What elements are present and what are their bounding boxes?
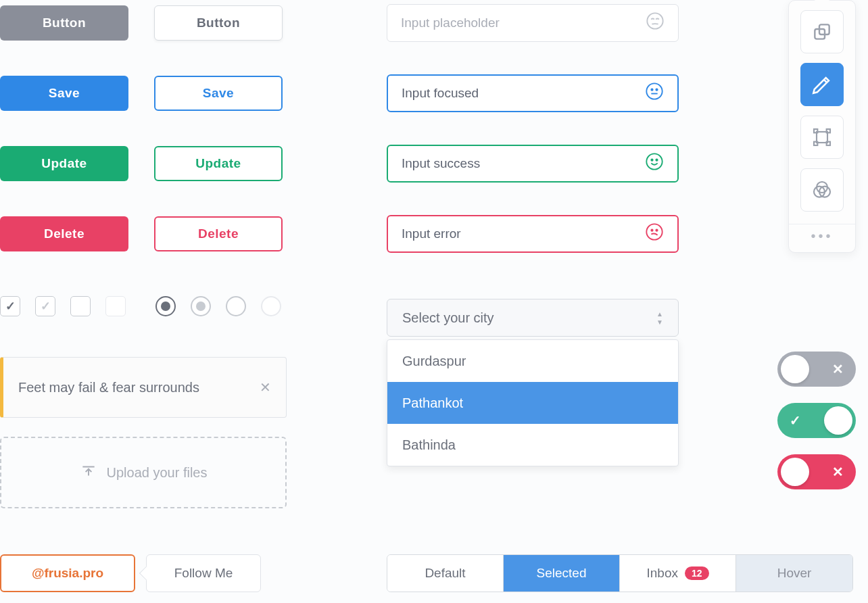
toggle-off-gray[interactable]: ✕ — [777, 352, 856, 387]
upload-dropzone[interactable]: Upload your files — [0, 437, 287, 508]
handle-badge: @frusia.pro — [0, 554, 135, 592]
button-neutral-outline[interactable]: Button — [154, 5, 283, 41]
toggle-group: ✕ ✓ ✕ — [777, 352, 856, 489]
svg-rect-14 — [817, 132, 827, 143]
tool-palette: ••• — [788, 0, 856, 253]
toggle-knob — [781, 458, 809, 486]
close-icon[interactable]: ✕ — [260, 379, 271, 395]
tab-inbox[interactable]: Inbox 12 — [620, 555, 736, 592]
svg-point-2 — [651, 89, 652, 90]
radio-group — [155, 296, 281, 316]
checkbox-checked-disabled[interactable] — [35, 296, 55, 316]
save-button-outline[interactable]: Save — [154, 76, 283, 111]
input-error-text: Input error — [402, 226, 461, 241]
radio-selected[interactable] — [155, 296, 176, 316]
dropdown-option-0[interactable]: Gurdaspur — [387, 340, 678, 382]
transform-tool[interactable] — [800, 116, 844, 159]
delete-button-solid[interactable]: Delete — [0, 216, 128, 251]
radio-unselected-disabled[interactable] — [261, 296, 281, 316]
radio-selected-disabled[interactable] — [191, 296, 211, 316]
dropdown-option-1[interactable]: Pathankot — [387, 382, 678, 424]
follow-button[interactable]: Follow Me — [146, 554, 261, 592]
tab-selected[interactable]: Selected — [504, 555, 620, 592]
face-neutral-icon — [645, 82, 664, 105]
save-button-solid[interactable]: Save — [0, 76, 128, 111]
update-button-solid[interactable]: Update — [0, 146, 128, 181]
update-button-outline[interactable]: Update — [154, 146, 283, 181]
radio-unselected[interactable] — [226, 296, 246, 316]
select-placeholder: Select your city — [402, 310, 494, 326]
face-confused-icon — [645, 222, 664, 246]
layers-tool[interactable] — [800, 10, 844, 53]
tab-inbox-label: Inbox — [646, 566, 677, 581]
upload-text: Upload your files — [107, 465, 208, 481]
input-success-text: Input success — [402, 156, 480, 171]
checkbox-group — [0, 296, 126, 316]
tab-default[interactable]: Default — [387, 555, 504, 592]
delete-button-outline[interactable]: Delete — [154, 216, 283, 251]
checkbox-unchecked-disabled[interactable] — [105, 296, 126, 316]
svg-point-6 — [651, 159, 652, 160]
button-neutral-solid[interactable]: Button — [0, 5, 128, 41]
checkbox-unchecked[interactable] — [70, 296, 91, 316]
svg-point-7 — [656, 159, 657, 160]
sort-icon: ▲▼ — [656, 310, 663, 326]
input-placeholder[interactable]: Input placeholder — [387, 4, 679, 42]
svg-point-9 — [651, 229, 652, 231]
alert-warning: Feet may fail & fear surrounds ✕ — [0, 357, 287, 418]
svg-point-0 — [647, 13, 662, 28]
input-success[interactable]: Input success — [387, 145, 679, 183]
x-icon: ✕ — [832, 361, 844, 377]
more-tools[interactable]: ••• — [789, 224, 855, 247]
input-error[interactable]: Input error — [387, 215, 679, 253]
alert-text: Feet may fail & fear surrounds — [18, 380, 199, 395]
city-select[interactable]: Select your city ▲▼ — [387, 299, 679, 337]
input-focused[interactable]: Input focused — [387, 74, 679, 112]
svg-rect-17 — [814, 142, 817, 145]
svg-point-5 — [646, 153, 662, 169]
svg-rect-15 — [814, 129, 817, 132]
input-placeholder-text: Input placeholder — [401, 16, 500, 30]
input-focused-text: Input focused — [402, 86, 479, 101]
toggle-off-red[interactable]: ✕ — [777, 454, 856, 489]
tab-hover[interactable]: Hover — [736, 555, 852, 592]
city-dropdown: Gurdaspur Pathankot Bathinda — [387, 339, 679, 466]
segmented-tabs: Default Selected Inbox 12 Hover — [387, 554, 853, 592]
upload-icon — [80, 462, 97, 483]
toggle-on-green[interactable]: ✓ — [777, 403, 856, 438]
svg-point-3 — [656, 89, 657, 90]
face-sleepy-icon — [646, 11, 665, 35]
toggle-knob — [824, 406, 852, 435]
promo-bar: @frusia.pro Follow Me — [0, 554, 261, 592]
svg-rect-16 — [827, 129, 830, 132]
toggle-knob — [781, 355, 809, 383]
svg-point-1 — [646, 83, 662, 99]
x-icon: ✕ — [832, 464, 844, 480]
dropdown-option-2[interactable]: Bathinda — [387, 424, 678, 466]
blend-tool[interactable] — [800, 168, 844, 212]
svg-rect-18 — [827, 142, 830, 145]
inbox-count-badge: 12 — [685, 566, 709, 580]
svg-point-10 — [656, 229, 657, 231]
face-happy-icon — [645, 152, 664, 176]
pen-tool[interactable] — [800, 63, 844, 106]
checkbox-checked[interactable] — [0, 296, 20, 316]
svg-point-8 — [646, 224, 662, 239]
check-icon: ✓ — [790, 412, 801, 429]
